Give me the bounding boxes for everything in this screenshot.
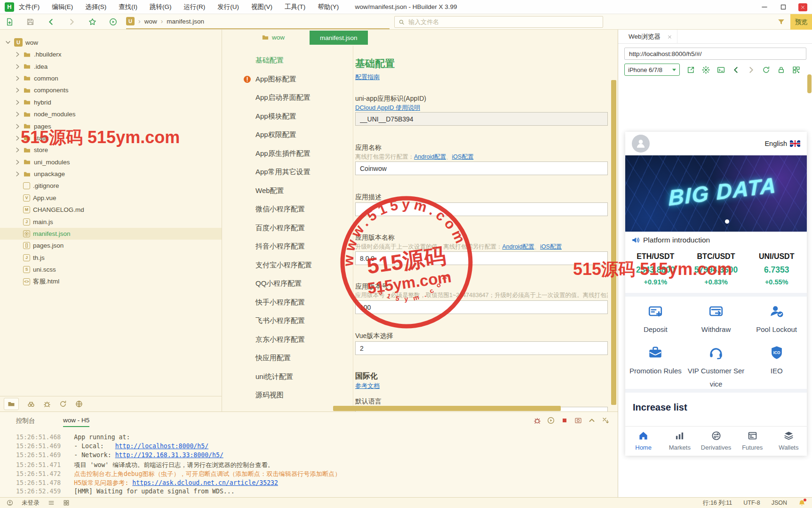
tree-item-store[interactable]: store [0, 144, 222, 156]
shortcut-ieo[interactable]: ICOIEO [746, 338, 807, 389]
config-nav-item[interactable]: 微信小程序配置 [243, 200, 344, 219]
config-nav-item[interactable]: 京东小程序配置 [243, 331, 344, 349]
encoding[interactable]: UTF-8 [743, 500, 760, 506]
account-icon[interactable] [7, 500, 13, 506]
refresh-icon[interactable] [59, 400, 67, 408]
tree-item-idea[interactable]: .idea [0, 60, 222, 72]
open-external-icon[interactable] [687, 66, 695, 74]
config-nav-item[interactable]: 快手小程序配置 [243, 293, 344, 312]
editor-horizontal-scrollbar[interactable] [333, 406, 561, 411]
breadcrumb-file[interactable]: manifest.json [167, 18, 204, 25]
menu-item-9[interactable]: 工具(T) [285, 3, 305, 11]
config-nav-item[interactable]: 快应用配置 [243, 349, 344, 368]
explorer-files-tab[interactable] [4, 398, 19, 410]
config-nav-app[interactable]: App常用其它设置 [243, 163, 344, 182]
back-icon[interactable] [732, 66, 740, 74]
android-config-link[interactable]: Android配置 [414, 153, 446, 160]
avatar[interactable] [632, 135, 650, 153]
config-nav-item[interactable]: 基础配置 [243, 51, 344, 70]
ticker-btc-usdt[interactable]: BTC/USDT57994.3600+0.83% [686, 249, 747, 293]
refresh-icon[interactable] [762, 66, 770, 74]
ticker-eth-usdt[interactable]: ETH/USDT2343.8800+0.91% [625, 249, 686, 293]
shortcut-promotion-rules[interactable]: Promotion Rules [625, 338, 686, 389]
tree-item-th-js[interactable]: Jth.js [0, 252, 222, 264]
run-icon[interactable] [547, 417, 555, 424]
tree-item-hbuilderx[interactable]: .hbuilderx [0, 48, 222, 60]
forward-icon[interactable] [747, 66, 755, 74]
bug-icon[interactable] [43, 400, 51, 408]
ticker-uni-usdt[interactable]: UNI/USDT6.7353+0.55% [746, 249, 807, 293]
notification-bell-icon[interactable] [798, 500, 805, 507]
tree-item-components[interactable]: components [0, 84, 222, 96]
appid-help-link[interactable]: DCloud AppID 使用说明 [355, 104, 420, 112]
qrcode-icon[interactable] [792, 66, 800, 74]
tab-manifest-json[interactable]: manifest.json [310, 31, 368, 45]
globe-icon[interactable] [75, 400, 83, 408]
config-nav-item[interactable]: 支付宝小程序配置 [243, 256, 344, 275]
config-nav-app[interactable]: App权限配置 [243, 126, 344, 145]
shortcut-withdraw[interactable]: Withdraw [686, 297, 747, 338]
list-icon[interactable] [48, 500, 55, 506]
breadcrumb-project[interactable]: wow [144, 18, 157, 25]
tree-item-gitignore[interactable]: .gitignore [0, 180, 222, 192]
tree-item-html[interactable]: <>客服.html [0, 275, 222, 287]
tab-web-browser[interactable]: Web浏览器 [624, 30, 677, 44]
log-link[interactable]: https://ask.dcloud.net.cn/article/35232 [132, 479, 278, 486]
tree-item-pages[interactable]: pages [0, 120, 222, 132]
menu-item-1[interactable]: 文件(F) [19, 3, 40, 11]
config-nav-app[interactable]: App模块配置 [243, 107, 344, 126]
preview-button[interactable]: 预览 [790, 14, 812, 30]
device-selector[interactable]: iPhone 6/7/8 [624, 64, 680, 76]
forward-icon[interactable] [68, 18, 76, 26]
banner-carousel[interactable]: BIG DATA [625, 155, 807, 232]
tree-item-main-js[interactable]: Jmain.js [0, 216, 222, 227]
terminal-icon[interactable] [717, 66, 725, 74]
tree-item-app-vue[interactable]: VApp.vue [0, 192, 222, 204]
back-icon[interactable] [47, 18, 55, 26]
tree-item-pages-json[interactable]: []pages.json [0, 240, 222, 251]
lock-icon[interactable] [777, 66, 785, 74]
config-nav-app[interactable]: App图标配置 [243, 70, 344, 89]
tree-item-unpackage[interactable]: unpackage [0, 168, 222, 180]
tree-item-uni-scss[interactable]: Suni.scss [0, 264, 222, 275]
tree-item-common[interactable]: common [0, 73, 222, 84]
url-input[interactable] [624, 48, 806, 60]
vue-version-input[interactable] [355, 341, 608, 355]
menu-item-7[interactable]: 发行(U) [217, 3, 239, 11]
close-icon[interactable] [667, 34, 672, 40]
maximize-button[interactable] [780, 3, 787, 11]
language-switch[interactable]: English [764, 140, 800, 147]
log-link[interactable]: http://192.168.31.33:8000/h5/ [115, 452, 223, 459]
tabbar-wallets[interactable]: Wallets [771, 427, 807, 456]
config-nav-web[interactable]: Web配置 [243, 182, 344, 201]
i18n-docs-link[interactable]: 参考文档 [355, 382, 380, 390]
login-status[interactable]: 未登录 [22, 499, 40, 507]
bug-icon[interactable] [533, 417, 541, 424]
tree-item-hybrid[interactable]: hybrid [0, 97, 222, 108]
console-tab-wow-h5[interactable]: wow - H5 [63, 417, 89, 427]
ios-config-link[interactable]: iOS配置 [452, 153, 474, 160]
tree-root-wow[interactable]: U wow [0, 36, 222, 48]
tree-item-node-modules[interactable]: node_modules [0, 108, 222, 120]
config-nav-qq[interactable]: QQ小程序配置 [243, 274, 344, 293]
tab-wow[interactable]: wow [262, 30, 285, 45]
config-nav-app[interactable]: App原生插件配置 [243, 145, 344, 163]
snapshot-icon[interactable] [574, 417, 582, 424]
minimize-button[interactable] [761, 3, 768, 11]
settings-icon[interactable] [702, 66, 710, 74]
config-nav-app[interactable]: App启动界面配置 [243, 89, 344, 107]
tree-item-uni-modules[interactable]: uni_modules [0, 156, 222, 168]
favorite-icon[interactable] [88, 18, 96, 26]
search-input[interactable] [407, 18, 599, 26]
run-icon[interactable] [109, 18, 117, 26]
menu-item-4[interactable]: 查找(I) [119, 3, 137, 11]
menu-item-10[interactable]: 帮助(Y) [318, 3, 339, 11]
version-name-input[interactable] [355, 251, 608, 265]
tree-item-static[interactable]: static [0, 132, 222, 144]
menu-item-2[interactable]: 编辑(E) [52, 3, 73, 11]
appid-input[interactable] [355, 112, 608, 126]
cursor-position[interactable]: 行:16 列:11 [703, 499, 732, 507]
tree-item-changelog-md[interactable]: MCHANGELOG.md [0, 204, 222, 216]
browser-scrollbar[interactable] [807, 74, 812, 93]
config-nav-uni[interactable]: uni统计配置 [243, 368, 344, 387]
